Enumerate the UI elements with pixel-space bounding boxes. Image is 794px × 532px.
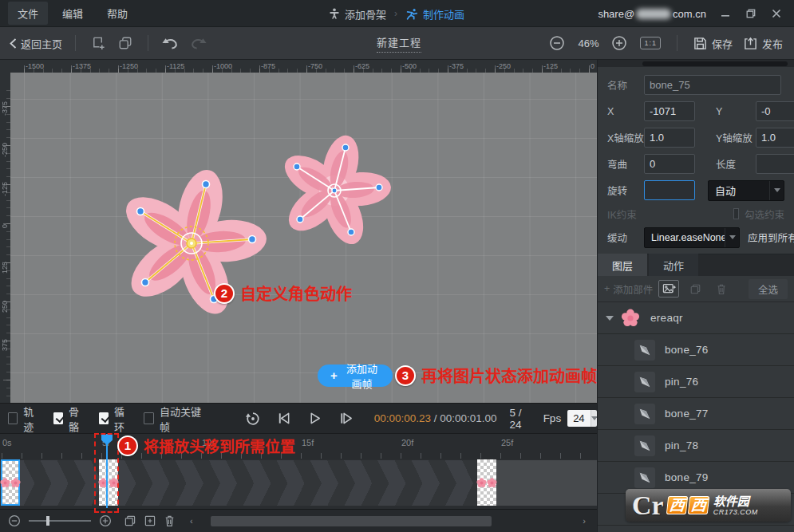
menu-file[interactable]: 文件 <box>8 2 48 25</box>
tab-actions[interactable]: 动作 <box>649 254 698 276</box>
loop-checkbox[interactable] <box>99 412 109 424</box>
slider-handle[interactable] <box>46 516 49 526</box>
playhead-highlight-box <box>94 433 119 513</box>
checkbox-skeleton[interactable]: 骨骼 <box>53 404 85 434</box>
zoom-out-icon[interactable] <box>547 33 567 53</box>
timeline-scrollbar[interactable] <box>211 516 492 526</box>
divider <box>148 35 148 51</box>
runner-icon <box>405 8 418 20</box>
account-email: share@com.cn <box>598 0 706 27</box>
bone-properties: 名称 X Y X轴缩放 Y轴缩放 弯曲 长度 旋转 <box>598 67 794 247</box>
watermark: Cr 西 西 软件园 CR173.COM <box>626 489 791 522</box>
toolbar: 返回主页 新建工程 46% 1 <box>0 27 794 60</box>
window-controls <box>714 0 794 27</box>
close-icon[interactable] <box>765 3 788 24</box>
annotation-step3: 3 再将图片状态添加动画帧 <box>395 364 597 387</box>
scroll-right-icon[interactable]: › <box>578 516 591 526</box>
redo-icon[interactable] <box>188 33 207 53</box>
empty-span <box>496 460 597 506</box>
menu-edit[interactable]: 编辑 <box>53 2 93 25</box>
rotate-input[interactable] <box>644 180 695 200</box>
make-animation-mode[interactable]: 制作动画 <box>405 6 464 22</box>
flower-armature[interactable] <box>10 73 597 403</box>
frame-counter: 5 / 24 <box>510 407 532 431</box>
duplicate-layer-icon[interactable] <box>685 280 705 298</box>
duplicate-icon[interactable] <box>116 33 135 53</box>
next-frame-icon[interactable] <box>338 410 355 428</box>
minimize-icon[interactable] <box>714 3 737 24</box>
scale-y-input[interactable] <box>756 128 794 148</box>
restart-icon[interactable] <box>244 410 262 428</box>
save-button[interactable]: 保存 <box>693 36 733 51</box>
timeline-track[interactable] <box>0 459 597 509</box>
play-icon[interactable] <box>306 410 324 428</box>
checkbox-track[interactable]: 轨迹 <box>8 404 40 434</box>
zoom-in-icon[interactable] <box>610 33 629 53</box>
add-part-button[interactable]: + 添加部件 <box>604 282 653 297</box>
restore-icon[interactable] <box>740 3 762 24</box>
timeline-zoom-out-icon[interactable] <box>8 514 21 527</box>
properties-panel: 名称 X Y X轴缩放 Y轴缩放 弯曲 长度 旋转 <box>597 60 794 532</box>
tree-item-group[interactable]: ereaqr <box>598 302 794 334</box>
playback-bar: 轨迹 骨骼 循环 自动关键帧 <box>0 403 597 433</box>
checkbox-autokey[interactable]: 自动关键帧 <box>144 404 201 434</box>
x-input[interactable] <box>644 101 695 121</box>
plus-icon: + <box>330 368 338 382</box>
apply-to-all-button[interactable]: 应用到所有 <box>748 230 794 245</box>
autokey-checkbox[interactable] <box>144 412 154 424</box>
account-redacted <box>636 9 671 19</box>
bone-icon <box>634 372 655 392</box>
undo-icon[interactable] <box>161 33 180 53</box>
bone-icon <box>634 404 655 424</box>
name-input[interactable] <box>644 75 781 95</box>
timeline-ruler[interactable]: 0s 5f 10f 15f 20f 25f <box>0 433 597 459</box>
select-all-button[interactable]: 全选 <box>749 279 788 299</box>
mode-separator-icon: › <box>394 8 397 19</box>
delete-frame-icon[interactable] <box>164 514 176 527</box>
tab-layers[interactable]: 图层 <box>598 254 647 276</box>
menu-help[interactable]: 帮助 <box>97 2 137 25</box>
current-time: 00:00:00.23 <box>374 412 431 424</box>
back-home-button[interactable]: 返回主页 <box>10 36 62 51</box>
timeline-zoom-in-icon[interactable] <box>99 514 112 527</box>
one-to-one-icon[interactable]: 1:1 <box>640 37 661 49</box>
scroll-left-icon[interactable]: ‹ <box>185 516 198 526</box>
tree-item-bone[interactable]: bone_77 <box>598 398 794 430</box>
keyframe-24[interactable] <box>477 459 496 506</box>
easing-select[interactable]: Linear.easeNone <box>644 227 740 248</box>
total-time: 00:00:01.00 <box>440 412 496 424</box>
ik-checkbox[interactable] <box>733 208 739 219</box>
timeline-zoom-slider[interactable] <box>29 520 91 522</box>
publish-button[interactable]: 发布 <box>744 36 783 51</box>
scrollbar-thumb[interactable] <box>642 61 788 66</box>
stage-canvas[interactable]: 2 自定义角色动作 + 添加动画帧 3 再将图片状态添加动画帧 <box>10 73 597 403</box>
prev-frame-icon[interactable] <box>275 410 293 428</box>
caret-down-icon[interactable] <box>606 316 614 321</box>
new-frame-icon[interactable] <box>89 33 108 53</box>
tree-item-bone[interactable]: bone_76 <box>598 334 794 366</box>
bend-input[interactable] <box>644 154 695 174</box>
keyframe-0[interactable] <box>1 459 20 506</box>
y-input[interactable] <box>756 101 794 121</box>
flower-right <box>278 132 393 250</box>
add-skeleton-mode[interactable]: 添加骨架 <box>329 6 386 22</box>
scale-x-input[interactable] <box>644 128 695 148</box>
track-checkbox[interactable] <box>8 412 18 424</box>
tree-item-bone[interactable]: pin_78 <box>598 430 794 462</box>
checkbox-loop[interactable]: 循环 <box>99 404 131 434</box>
copy-frame-icon[interactable] <box>124 514 136 527</box>
add-keyframe-button[interactable]: + 添加动画帧 <box>318 365 393 387</box>
divider <box>677 35 677 51</box>
chevron-down-icon <box>591 410 597 427</box>
fps-select[interactable]: 24 <box>567 410 597 427</box>
tree-item-bone[interactable]: pin_76 <box>598 366 794 398</box>
rotate-mode-select[interactable]: 自动 <box>708 180 784 201</box>
skeleton-checkbox[interactable] <box>53 412 63 424</box>
panel-scrollbar[interactable] <box>598 60 794 67</box>
watermark-tile: 西 <box>687 496 709 514</box>
add-frame-icon[interactable] <box>144 514 156 527</box>
delete-layer-icon[interactable] <box>711 280 732 298</box>
replace-image-icon[interactable] <box>658 280 679 298</box>
length-input[interactable] <box>756 154 794 174</box>
project-name[interactable]: 新建工程 <box>377 34 421 53</box>
